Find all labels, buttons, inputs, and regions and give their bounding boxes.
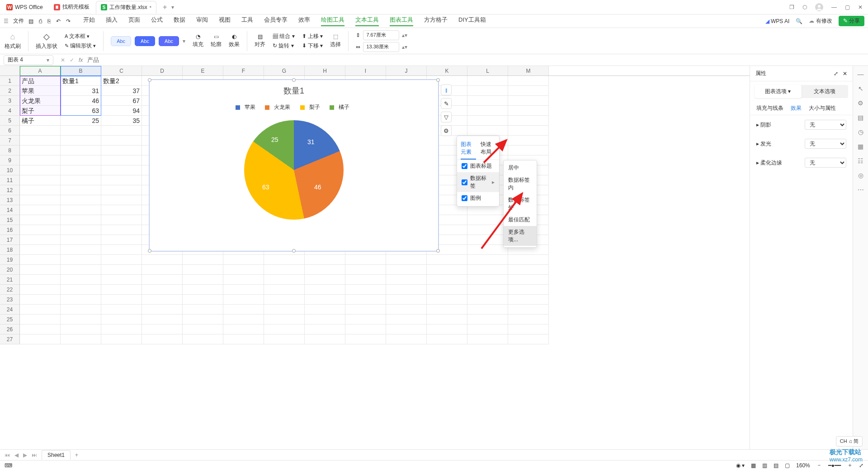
cancel-icon[interactable]: ✕ bbox=[61, 57, 65, 63]
status-mode-icon[interactable]: ⌨ bbox=[5, 462, 12, 469]
col-M[interactable]: M bbox=[508, 66, 549, 75]
tab-template[interactable]: 找稻壳模板 bbox=[49, 1, 94, 14]
chk-legend[interactable]: 图例 bbox=[457, 192, 499, 204]
menu-text-tools[interactable]: 文本工具 bbox=[355, 16, 379, 26]
stepper-icon[interactable]: ▴▾ bbox=[402, 32, 407, 38]
chk-data-labels[interactable]: 数据标签▸ bbox=[457, 172, 499, 192]
zoom-out-icon[interactable]: － bbox=[816, 461, 822, 469]
style-preset-3[interactable]: Abc bbox=[159, 36, 179, 46]
zoom-value[interactable]: 160% bbox=[796, 462, 810, 469]
status-view3-icon[interactable]: ▢ bbox=[785, 462, 790, 469]
side-more-icon[interactable]: ⋯ bbox=[858, 186, 864, 193]
rotate-button[interactable]: ↻ 旋转 ▾ bbox=[273, 42, 295, 50]
accept-icon[interactable]: ✓ bbox=[70, 57, 74, 63]
sub-size[interactable]: 大小与属性 bbox=[809, 104, 836, 112]
menu-chart-tools[interactable]: 图表工具 bbox=[390, 16, 413, 26]
select-all-corner[interactable] bbox=[0, 66, 20, 75]
close-icon[interactable]: ✕ bbox=[858, 4, 863, 10]
close-pane-icon[interactable]: ✕ bbox=[843, 70, 847, 77]
popup-tab-elements[interactable]: 图表元素 bbox=[461, 138, 476, 160]
cube-icon[interactable]: ⬡ bbox=[802, 4, 807, 10]
spreadsheet[interactable]: A B C D E F G H I J K L M 1产品数量1数量2 2苹果3… bbox=[0, 66, 750, 449]
undo-icon[interactable]: ↶ bbox=[56, 18, 61, 24]
tab-workbook[interactable]: S 工作簿数量.xlsx • bbox=[96, 1, 156, 14]
menu-data[interactable]: 数据 bbox=[174, 16, 185, 26]
minimize-icon[interactable]: — bbox=[831, 4, 837, 10]
col-H[interactable]: H bbox=[305, 66, 345, 75]
tab-text-options[interactable]: 文本选项 bbox=[802, 85, 849, 98]
col-K[interactable]: K bbox=[427, 66, 467, 75]
effect-button[interactable]: ◐效果 bbox=[229, 33, 240, 48]
menu-view[interactable]: 视图 bbox=[219, 16, 231, 26]
col-J[interactable]: J bbox=[386, 66, 427, 75]
group-button[interactable]: ▦ 组合 ▾ bbox=[273, 33, 295, 40]
file-menu[interactable]: 文件 bbox=[13, 17, 24, 25]
hamburger-icon[interactable]: ☰ bbox=[4, 18, 9, 24]
col-L[interactable]: L bbox=[467, 66, 508, 75]
side-layers-icon[interactable]: ▤ bbox=[858, 114, 863, 121]
insert-shape[interactable]: ◇插入形状 bbox=[36, 32, 57, 50]
format-painter[interactable]: ⌂格式刷 bbox=[5, 32, 21, 50]
side-clock-icon[interactable]: ◷ bbox=[858, 128, 863, 136]
side-db-icon[interactable]: ☷ bbox=[858, 157, 863, 164]
redo-icon[interactable]: ↷ bbox=[66, 18, 71, 24]
style-preset-1[interactable]: Abc bbox=[111, 36, 131, 46]
chart-style-icon[interactable]: ✎ bbox=[441, 98, 452, 109]
chart-title[interactable]: 数量1 bbox=[150, 85, 438, 96]
menu-fangfang[interactable]: 方方格子 bbox=[424, 16, 448, 26]
col-E[interactable]: E bbox=[183, 66, 223, 75]
select-button[interactable]: ⬚选择 bbox=[330, 33, 341, 48]
tab-wps[interactable]: W WPS Office bbox=[2, 1, 47, 14]
submenu-center[interactable]: 居中 bbox=[504, 162, 537, 174]
col-C[interactable]: C bbox=[101, 66, 142, 75]
modify-badge[interactable]: ☁ 有修改 bbox=[809, 17, 832, 25]
menu-vip[interactable]: 会员专享 bbox=[264, 16, 288, 26]
submenu-more-options[interactable]: 更多选项... bbox=[504, 226, 537, 246]
tab-chart-options[interactable]: 图表选项 ▾ bbox=[755, 85, 802, 98]
move-up-button[interactable]: ⬆ 上移 ▾ bbox=[302, 33, 323, 40]
chart-object[interactable]: 数量1 苹果 火龙果 梨子 橘子 31 46 63 25 ⫿ ✎ ▽ ⚙ bbox=[149, 80, 439, 251]
menu-tools[interactable]: 工具 bbox=[241, 16, 253, 26]
sub-effect[interactable]: 效果 bbox=[791, 104, 802, 112]
print-icon[interactable]: ⎙ bbox=[39, 18, 42, 24]
chart-settings-icon[interactable]: ⚙ bbox=[441, 125, 452, 136]
sheet-tab-1[interactable]: Sheet1 bbox=[42, 450, 71, 460]
side-grid-icon[interactable]: ▦ bbox=[858, 143, 863, 150]
textbox-button[interactable]: A 文本框 ▾ bbox=[65, 33, 96, 40]
add-sheet-icon[interactable]: + bbox=[75, 452, 78, 458]
submenu-inside[interactable]: 数据标签内 bbox=[504, 174, 537, 194]
share-button[interactable]: ✎ 分享 bbox=[839, 16, 864, 26]
status-view1-icon[interactable]: ▥ bbox=[762, 462, 767, 469]
menu-start[interactable]: 开始 bbox=[83, 16, 95, 26]
col-F[interactable]: F bbox=[223, 66, 264, 75]
menu-drawing[interactable]: 绘图工具 bbox=[321, 16, 344, 26]
sheet-first-icon[interactable]: ⏮ bbox=[5, 452, 10, 458]
shadow-select[interactable]: 无 bbox=[805, 120, 846, 130]
height-input[interactable] bbox=[363, 30, 399, 40]
pie-chart[interactable]: 31 46 63 25 bbox=[244, 120, 344, 220]
fx-icon[interactable]: fx bbox=[79, 57, 83, 63]
sheet-next-icon[interactable]: ▶ bbox=[23, 452, 27, 458]
chart-filter-icon[interactable]: ▽ bbox=[441, 112, 452, 122]
status-grid-icon[interactable]: ▦ bbox=[751, 462, 756, 469]
menu-diy[interactable]: DIY工具箱 bbox=[458, 16, 486, 26]
new-tab-button[interactable]: + bbox=[163, 3, 167, 11]
style-more-icon[interactable]: ▾ bbox=[183, 38, 185, 44]
glow-select[interactable]: 无 bbox=[805, 139, 846, 149]
outline-button[interactable]: ▭轮廓 bbox=[211, 33, 222, 48]
tab-list-button[interactable]: ▾ bbox=[171, 4, 174, 10]
col-G[interactable]: G bbox=[264, 66, 305, 75]
fullscreen-icon[interactable]: ⤢ bbox=[859, 462, 863, 469]
avatar-icon[interactable] bbox=[815, 3, 823, 11]
sheet-prev-icon[interactable]: ◀ bbox=[14, 452, 19, 458]
wps-ai-button[interactable]: ◢ WPS AI bbox=[765, 18, 790, 24]
chart-legend[interactable]: 苹果 火龙果 梨子 橘子 bbox=[150, 103, 438, 111]
chk-chart-title[interactable]: 图表标题 bbox=[457, 160, 499, 172]
side-cursor-icon[interactable]: ↖ bbox=[858, 85, 863, 92]
name-box[interactable]: 图表 4▾ bbox=[4, 55, 53, 65]
soft-select[interactable]: 无 bbox=[805, 158, 846, 168]
stepper-icon[interactable]: ▴▾ bbox=[402, 44, 407, 50]
col-I[interactable]: I bbox=[345, 66, 386, 75]
store-icon[interactable]: ❐ bbox=[789, 4, 794, 10]
sub-fill[interactable]: 填充与线条 bbox=[756, 104, 783, 112]
